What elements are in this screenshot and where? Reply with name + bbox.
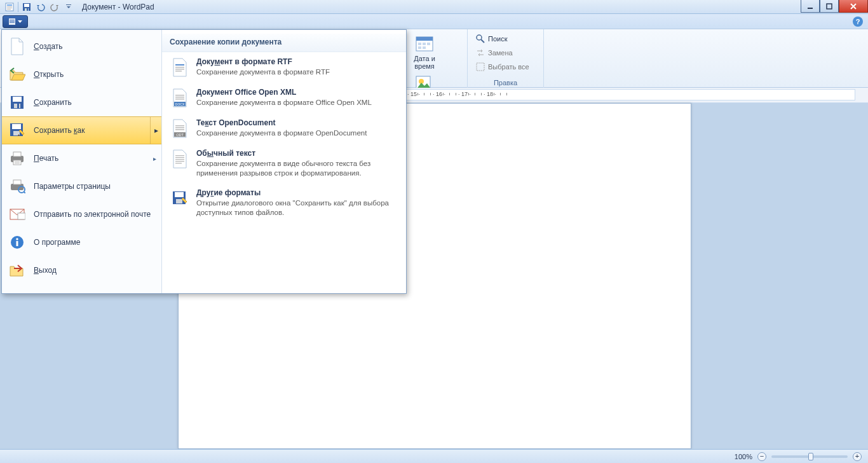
- svg-rect-70: [175, 192, 184, 197]
- save-as-icon: [8, 121, 26, 139]
- ribbon-group-edit: Поиск Замена Выбрать все Правка: [468, 29, 544, 88]
- menu-item-print[interactable]: Печать ▸: [2, 144, 161, 172]
- file-menu-left: Создать Открыть Сохранить Сохранить как …: [2, 30, 162, 293]
- svg-rect-15: [10, 22, 15, 23]
- docx-icon: DOCX: [171, 88, 189, 108]
- svg-rect-1: [7, 4, 12, 6]
- svg-rect-68: [175, 163, 182, 163]
- svg-rect-19: [423, 43, 426, 45]
- menu-item-save[interactable]: Сохранить: [2, 88, 161, 116]
- menu-item-new[interactable]: Создать: [2, 32, 161, 60]
- svg-rect-21: [418, 46, 421, 49]
- svg-line-26: [481, 39, 484, 43]
- send-email-label: Отправить по электронной почте: [34, 210, 151, 219]
- save-as-ooxml[interactable]: DOCX Документ Office Open XML Сохранение…: [162, 83, 406, 113]
- page-setup-label: Параметры страницы: [34, 182, 111, 191]
- zoom-thumb[interactable]: [808, 453, 813, 460]
- svg-rect-29: [13, 97, 22, 102]
- file-menu-icon: [8, 18, 16, 25]
- svg-rect-27: [477, 63, 484, 71]
- svg-rect-38: [15, 162, 20, 162]
- new-icon: [8, 38, 26, 55]
- zoom-slider[interactable]: [771, 455, 848, 458]
- close-button[interactable]: [839, 0, 868, 13]
- svg-text:ODT: ODT: [176, 133, 184, 137]
- save-as-other-icon: [171, 188, 189, 209]
- menu-item-about[interactable]: О программе: [2, 228, 161, 256]
- menu-item-open[interactable]: Открыть: [2, 60, 161, 88]
- save-as-txt[interactable]: Обычный текст Сохранение документа в вид…: [162, 144, 406, 183]
- find-button[interactable]: Поиск: [473, 32, 538, 46]
- app-icon[interactable]: [4, 1, 15, 13]
- menu-item-save-as[interactable]: Сохранить как ▸: [2, 116, 161, 144]
- window-title: Документ - WordPad: [82, 3, 154, 11]
- print-icon: [8, 149, 26, 167]
- zoom-level: 100%: [735, 453, 752, 460]
- edit-group-label: Правка: [468, 79, 543, 86]
- zoom-in-button[interactable]: +: [853, 452, 862, 461]
- svg-rect-31: [17, 104, 19, 108]
- save-as-odt[interactable]: ODT Текст OpenDocument Сохранение докуме…: [162, 113, 406, 144]
- save-icon[interactable]: [21, 1, 32, 13]
- odt-icon: ODT: [171, 118, 189, 139]
- svg-line-43: [24, 191, 25, 193]
- save-as-rtf[interactable]: Документ в формате RTF Сохранение докуме…: [162, 52, 406, 83]
- svg-rect-13: [10, 20, 15, 20]
- svg-rect-4: [7, 9, 11, 10]
- svg-rect-59: [175, 125, 184, 127]
- replace-button[interactable]: Замена: [473, 46, 538, 60]
- calendar-icon: [414, 33, 435, 53]
- qat-dropdown-icon[interactable]: [63, 1, 74, 13]
- about-label: О программе: [34, 238, 80, 247]
- svg-rect-17: [416, 37, 433, 41]
- svg-text:DOCX: DOCX: [175, 102, 185, 106]
- svg-rect-67: [175, 161, 184, 162]
- save-as-other[interactable]: Другие форматы Открытие диалогового окна…: [162, 183, 406, 223]
- svg-rect-65: [175, 157, 184, 158]
- file-tab-button[interactable]: [3, 15, 28, 28]
- svg-rect-36: [13, 152, 21, 156]
- rtf-icon: [171, 57, 189, 78]
- svg-rect-66: [175, 159, 184, 160]
- svg-rect-50: [175, 64, 184, 66]
- svg-rect-22: [423, 46, 426, 49]
- zoom-out-button[interactable]: −: [757, 452, 766, 461]
- svg-rect-20: [427, 43, 430, 45]
- menu-item-send-email[interactable]: Отправить по электронной почте: [2, 200, 161, 228]
- datetime-button[interactable]: Дата и время: [411, 33, 438, 70]
- svg-rect-64: [175, 155, 184, 156]
- svg-rect-33: [12, 124, 21, 129]
- open-icon: [8, 66, 26, 83]
- help-button[interactable]: ?: [853, 17, 863, 27]
- svg-rect-53: [175, 71, 182, 72]
- svg-rect-47: [17, 241, 18, 246]
- svg-rect-18: [418, 43, 421, 45]
- svg-point-48: [16, 238, 18, 240]
- svg-rect-61: [175, 129, 184, 130]
- email-icon: [8, 205, 26, 223]
- svg-rect-14: [10, 21, 15, 22]
- svg-rect-71: [176, 199, 182, 204]
- info-icon: [8, 233, 26, 251]
- undo-icon[interactable]: [35, 1, 46, 13]
- svg-rect-54: [175, 95, 184, 96]
- txt-icon: [171, 149, 189, 169]
- search-icon: [475, 34, 485, 44]
- submenu-arrow-icon: ▸: [153, 155, 156, 162]
- status-bar: 100% − +: [0, 449, 868, 463]
- window-buttons: [801, 0, 868, 13]
- svg-rect-51: [175, 67, 184, 68]
- chevron-down-icon: [18, 20, 22, 24]
- file-menu-right: Сохранение копии документа Документ в фо…: [162, 30, 406, 293]
- svg-point-25: [477, 35, 482, 40]
- page-setup-icon: [8, 177, 26, 195]
- select-all-button[interactable]: Выбрать все: [473, 60, 538, 74]
- minimize-button[interactable]: [801, 0, 820, 13]
- svg-rect-37: [13, 160, 21, 165]
- maximize-button[interactable]: [820, 0, 839, 13]
- redo-icon[interactable]: [49, 1, 60, 13]
- ribbon-group-insert: Дата и время Вставка объекта: [405, 29, 468, 88]
- menu-item-exit[interactable]: Выход: [2, 256, 161, 284]
- svg-rect-8: [27, 8, 28, 11]
- menu-item-page-setup[interactable]: Параметры страницы: [2, 172, 161, 200]
